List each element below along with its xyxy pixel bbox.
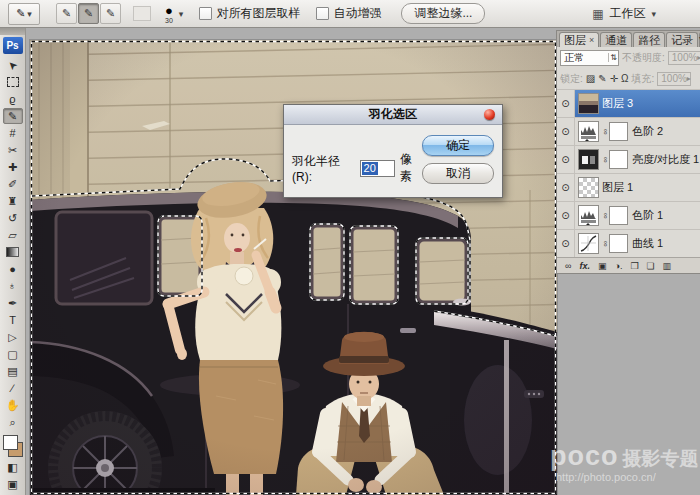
brush-tool[interactable]: ✐ xyxy=(3,176,23,192)
levels-thumbnail[interactable] xyxy=(578,121,599,142)
hand-tool[interactable]: ✋ xyxy=(3,397,23,413)
visibility-eye-icon[interactable]: ⊙ xyxy=(557,146,575,173)
visibility-eye-icon[interactable]: ⊙ xyxy=(557,174,575,201)
history-brush-tool[interactable]: ↺ xyxy=(3,210,23,226)
workspace-switcher[interactable]: ▦ 工作区 ▾ xyxy=(592,5,656,22)
fill-value-box[interactable]: 100% ▸ xyxy=(657,72,691,86)
levels-thumbnail[interactable] xyxy=(578,205,599,226)
layer-mask-thumbnail[interactable] xyxy=(609,206,628,225)
gradient-tool[interactable] xyxy=(3,244,23,260)
notes-tool[interactable]: ▤ xyxy=(3,363,23,379)
feather-radius-input[interactable]: 20 xyxy=(360,160,395,177)
lasso-tool[interactable]: ϱ xyxy=(3,91,23,107)
new-group-icon[interactable]: ❒ xyxy=(630,261,638,271)
new-selection-button[interactable]: ✎ xyxy=(56,3,77,24)
refine-edge-button[interactable]: 调整边缘... xyxy=(401,3,485,24)
layers-panel-footer: ∞ fx. ▣ ◑. ❒ ❏ ▥ xyxy=(557,257,700,273)
layer-row-tuceng1[interactable]: ⊙ 图层 1 xyxy=(557,173,700,201)
layer-mask-thumbnail[interactable] xyxy=(609,234,628,253)
layer-row-quxian1[interactable]: ⊙ ∞ 曲线 1 xyxy=(557,229,700,257)
move-tool[interactable]: ➤ xyxy=(3,57,23,73)
cancel-button[interactable]: 取消 xyxy=(422,163,494,184)
layer-name: 曲线 1 xyxy=(632,236,663,251)
tab-history-label: 记录 xyxy=(671,33,693,48)
adjustment-layer-icon[interactable]: ◑. xyxy=(614,261,622,271)
levels-icon xyxy=(579,206,598,225)
tab-paths[interactable]: 路径 xyxy=(633,32,665,47)
curves-thumbnail[interactable] xyxy=(578,233,599,254)
brush-new-icon: ✎ xyxy=(62,7,71,20)
new-layer-icon[interactable]: ❏ xyxy=(646,261,654,271)
tab-close-icon[interactable]: × xyxy=(589,35,594,45)
opacity-value-box[interactable]: 100% ▸ xyxy=(668,51,700,65)
lock-transparency-icon[interactable]: ▨ xyxy=(586,73,595,84)
quick-selection-tool[interactable]: ✎ xyxy=(3,108,23,124)
layer-mask-thumbnail[interactable] xyxy=(609,122,628,141)
dialog-titlebar[interactable]: 羽化选区 xyxy=(284,105,502,125)
quick-mask-mode-button[interactable]: ◧ xyxy=(3,459,23,475)
layer-row-sejie2[interactable]: ⊙ ∞ 色阶 2 xyxy=(557,117,700,145)
ok-button[interactable]: 确定 xyxy=(422,135,494,156)
link-layers-icon[interactable]: ∞ xyxy=(565,261,571,271)
zoom-tool[interactable]: ⌕ xyxy=(3,414,23,430)
slice-tool[interactable]: ✂ xyxy=(3,142,23,158)
slice-icon: ✂ xyxy=(8,145,17,156)
visibility-eye-icon[interactable]: ⊙ xyxy=(557,202,575,229)
tab-layers[interactable]: 图层 × xyxy=(559,32,599,47)
delete-layer-icon[interactable]: ▥ xyxy=(663,261,672,271)
add-mask-icon[interactable]: ▣ xyxy=(598,261,607,271)
subtract-from-selection-button[interactable]: ✎ xyxy=(100,3,121,24)
blur-icon: ● xyxy=(9,264,16,275)
healing-icon: ✚ xyxy=(8,162,17,173)
add-to-selection-button[interactable]: ✎ xyxy=(78,3,99,24)
fill-value: 100% xyxy=(661,73,687,84)
lock-all-icon[interactable]: Ω xyxy=(621,73,628,84)
shape-tool[interactable]: ▢ xyxy=(3,346,23,362)
path-selection-tool[interactable]: ▷ xyxy=(3,329,23,345)
history-icon: ↺ xyxy=(8,213,17,224)
sample-all-layers-checkbox[interactable]: 对所有图层取样 xyxy=(199,5,300,22)
lock-paint-icon[interactable]: ✎ xyxy=(598,73,606,84)
toolbox-grip[interactable] xyxy=(0,28,25,35)
visibility-eye-icon[interactable]: ⊙ xyxy=(557,118,575,145)
eraser-tool[interactable]: ▱ xyxy=(3,227,23,243)
tab-channels-label: 通道 xyxy=(605,33,627,48)
tool-preset-picker[interactable]: ✎ ▾ xyxy=(8,3,40,25)
visibility-eye-icon[interactable]: ⊙ xyxy=(557,230,575,257)
eyedropper-tool[interactable]: ∕ xyxy=(3,380,23,396)
blend-mode-select[interactable]: 正常 ⇅ xyxy=(560,50,619,66)
layer-style-icon[interactable]: fx. xyxy=(579,261,590,271)
layer-row-sejie1[interactable]: ⊙ ∞ 色阶 1 xyxy=(557,201,700,229)
crop-tool[interactable]: # xyxy=(3,125,23,141)
lock-label: 锁定: xyxy=(560,72,583,86)
cancel-label: 取消 xyxy=(446,165,470,182)
clone-stamp-tool[interactable]: ♜ xyxy=(3,193,23,209)
marquee-tool[interactable] xyxy=(3,74,23,90)
tab-history[interactable]: 记录 xyxy=(666,32,698,47)
layer-thumbnail[interactable] xyxy=(578,93,599,114)
dodge-tool[interactable]: ♀ xyxy=(3,278,23,294)
screen-mode-button[interactable]: ▣ xyxy=(3,476,23,492)
auto-enhance-checkbox[interactable]: 自动增强 xyxy=(316,5,381,22)
stamp-icon: ♜ xyxy=(8,196,18,207)
brush-dropdown-icon[interactable]: ▾ xyxy=(179,9,184,19)
color-swatches[interactable] xyxy=(2,435,24,457)
foreground-color-swatch[interactable] xyxy=(3,435,18,450)
brightness-contrast-thumbnail[interactable] xyxy=(578,149,599,170)
layer-mask-thumbnail[interactable] xyxy=(609,150,628,169)
tab-layers-label: 图层 xyxy=(564,33,586,48)
spot-healing-tool[interactable]: ✚ xyxy=(3,159,23,175)
brush-size-picker[interactable]: ● 30 xyxy=(165,4,173,24)
tab-channels[interactable]: 通道 xyxy=(600,32,632,47)
empty-layer-thumbnail[interactable] xyxy=(578,177,599,198)
visibility-eye-icon[interactable]: ⊙ xyxy=(557,90,575,117)
layer-row-liangdu[interactable]: ⊙ ∞ 亮度/对比度 1 xyxy=(557,145,700,173)
link-mask-icon: ∞ xyxy=(601,156,610,163)
layer-row-tuceng3[interactable]: ⊙ 图层 3 xyxy=(557,89,700,117)
blur-tool[interactable]: ● xyxy=(3,261,23,277)
type-tool[interactable]: T xyxy=(3,312,23,328)
pen-tool[interactable]: ✒ xyxy=(3,295,23,311)
lock-move-icon[interactable]: ✛ xyxy=(610,73,618,84)
notes-icon: ▤ xyxy=(7,366,17,377)
checkbox-icon xyxy=(316,7,329,20)
